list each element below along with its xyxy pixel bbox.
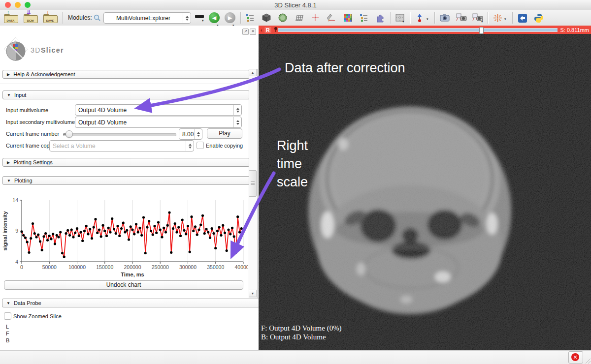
layout-select-button[interactable]: ▾ bbox=[195, 15, 205, 21]
crosshair-caret-icon[interactable]: ▾ bbox=[504, 17, 506, 21]
load-data-label: DATA bbox=[4, 19, 17, 22]
screenshot-camera-icon[interactable] bbox=[440, 13, 450, 23]
collapsed-triangle-icon: ▶ bbox=[7, 72, 10, 77]
combo-spinner-icon[interactable] bbox=[233, 117, 241, 127]
save-button[interactable]: ↓ SAVE bbox=[42, 12, 58, 24]
expanded-triangle-icon: ▼ bbox=[7, 179, 11, 183]
input-multivolume-combo[interactable]: Output 4D Volume bbox=[75, 104, 242, 116]
module-selector-combo[interactable]: MultiVolumeExplorer bbox=[103, 12, 191, 24]
data-probe-label: Data Probe bbox=[14, 300, 41, 306]
error-log-button[interactable]: ✕ bbox=[568, 351, 583, 364]
history-back-button[interactable]: ◀▾ bbox=[209, 12, 220, 23]
mouse-pin-caret-icon[interactable]: ▾ bbox=[427, 17, 428, 21]
input-multivolume-value: Output 4D Volume bbox=[75, 107, 233, 114]
slicer-logo bbox=[3, 36, 29, 66]
svg-text:50000: 50000 bbox=[42, 264, 57, 270]
extensions-puzzle-icon[interactable] bbox=[375, 13, 385, 23]
enable-copying-checkbox[interactable] bbox=[197, 142, 204, 149]
background-volume-label: B: Output 4D Volume bbox=[261, 333, 326, 341]
svg-text:100000: 100000 bbox=[68, 264, 86, 270]
probe-layer-b-label: B bbox=[6, 337, 9, 343]
scrollbar-thumb[interactable] bbox=[249, 170, 257, 197]
python-console-icon[interactable] bbox=[534, 13, 544, 23]
load-data-button[interactable]: ↑ DATA bbox=[3, 12, 19, 24]
show-zoomed-slice-checkbox[interactable] bbox=[4, 312, 11, 320]
svg-text:350000: 350000 bbox=[207, 264, 224, 270]
module-selector-spinner-icon[interactable] bbox=[183, 13, 191, 23]
scene-capture-icon[interactable] bbox=[456, 13, 466, 23]
module-search-icon[interactable] bbox=[94, 14, 101, 24]
slice-collapse-icon[interactable]: ‹ bbox=[261, 27, 263, 33]
volumes-color-grid-icon[interactable] bbox=[343, 13, 353, 23]
panel-close-icon[interactable]: ✕ bbox=[250, 29, 256, 35]
spinbox-arrows-icon[interactable] bbox=[194, 129, 202, 139]
load-dicom-button[interactable]: ⇊ DCM bbox=[23, 12, 38, 24]
frame-number-label: Current frame number bbox=[6, 131, 59, 137]
window-title: 3D Slicer 4.8.1 bbox=[0, 1, 591, 9]
frame-number-slider[interactable] bbox=[63, 133, 176, 136]
main-toolbar: ↑ DATA ⇊ DCM ↓ SAVE Modules: MultiVolume… bbox=[0, 10, 591, 26]
expanded-triangle-icon: ▼ bbox=[6, 301, 10, 305]
markups-pencil-icon[interactable] bbox=[327, 13, 336, 23]
modules-label: Modules: bbox=[68, 14, 92, 21]
extension-manager-icon[interactable] bbox=[518, 13, 527, 23]
section-help[interactable]: ▶ Help & Acknowledgement bbox=[2, 70, 250, 79]
panel-float-icon[interactable]: ↗ bbox=[242, 29, 249, 35]
divider bbox=[0, 84, 248, 84]
slice-orientation-badge: R bbox=[264, 27, 271, 33]
section-input[interactable]: ▼ Input bbox=[2, 91, 250, 99]
slice-offset-handle[interactable] bbox=[479, 27, 484, 34]
resize-grip-icon[interactable] bbox=[584, 357, 591, 364]
section-input-label: Input bbox=[14, 92, 26, 98]
red-slice-view[interactable]: Data after correction Right time scale F… bbox=[259, 34, 591, 350]
models-mesh-icon[interactable] bbox=[294, 13, 304, 23]
frame-copy-combo[interactable]: Select a Volume bbox=[49, 140, 194, 152]
frame-copy-label: Current frame copy bbox=[6, 143, 52, 149]
undock-chart-button[interactable]: Undock chart bbox=[4, 280, 243, 290]
plotting-settings-label: Plotting Settings bbox=[13, 159, 53, 165]
collapsed-triangle-icon: ▶ bbox=[7, 160, 10, 165]
section-help-label: Help & Acknowledgement bbox=[13, 71, 75, 77]
input-secondary-combo[interactable]: Output 4D Volume bbox=[75, 117, 242, 128]
toolbar-separator bbox=[434, 12, 435, 24]
subject-hierarchy-icon[interactable] bbox=[359, 13, 369, 23]
mouse-pin-icon[interactable] bbox=[415, 13, 425, 23]
window-layout-icon[interactable]: ▾ bbox=[395, 13, 405, 23]
play-button[interactable]: Play bbox=[207, 128, 242, 139]
probe-layer-f-label: F bbox=[6, 331, 9, 336]
load-dicom-label: DCM bbox=[24, 19, 37, 22]
show-zoomed-slice-label: Show Zoomed Slice bbox=[13, 313, 62, 319]
annotation-right-time-scale: Right time scale bbox=[277, 137, 308, 191]
combo-spinner-icon[interactable] bbox=[186, 141, 194, 151]
scene-views-icon[interactable]: ▾ bbox=[472, 13, 482, 23]
input-multivolume-label: Input multivolume bbox=[6, 107, 48, 113]
intensity-chart: 4914050000100000150000200000250000300000… bbox=[1, 194, 248, 279]
slice-offset-slider[interactable] bbox=[278, 28, 558, 32]
section-data-probe[interactable]: ▼ Data Probe bbox=[2, 299, 260, 307]
volume-rendering-icon[interactable] bbox=[278, 13, 288, 23]
svg-text:0: 0 bbox=[20, 264, 23, 270]
frame-number-spinbox[interactable]: 8.00 bbox=[179, 128, 202, 140]
toolbar-separator bbox=[410, 12, 411, 24]
svg-text:14: 14 bbox=[12, 197, 18, 203]
sample-data-cube-icon[interactable] bbox=[262, 13, 271, 23]
combo-spinner-icon[interactable] bbox=[233, 105, 241, 115]
svg-text:250000: 250000 bbox=[152, 264, 169, 270]
svg-text:Time, ms: Time, ms bbox=[121, 272, 144, 277]
slider-handle[interactable] bbox=[66, 130, 73, 138]
slice-pin-icon[interactable] bbox=[273, 26, 278, 34]
scrollbar-down-icon[interactable]: ▼ bbox=[249, 290, 257, 297]
expanded-triangle-icon: ▼ bbox=[7, 93, 11, 97]
status-bar bbox=[0, 350, 591, 364]
scrollbar-up-icon[interactable]: ▲ bbox=[249, 69, 257, 76]
history-forward-button[interactable]: ▶▾ bbox=[225, 12, 235, 23]
section-plotting-settings[interactable]: ▶ Plotting Settings bbox=[2, 158, 250, 167]
app-window: 3D Slicer 4.8.1 ↑ DATA ⇊ DCM ↓ SAVE Modu… bbox=[0, 0, 591, 364]
slice-controller-bar: ‹ R S: 0.811mm bbox=[259, 26, 591, 34]
crosshair-icon[interactable] bbox=[492, 13, 502, 23]
svg-text:150000: 150000 bbox=[96, 264, 113, 270]
slicer-logo-text: 3DSlicer bbox=[31, 46, 64, 54]
section-plotting[interactable]: ▼ Plotting bbox=[2, 176, 250, 185]
transforms-icon[interactable] bbox=[310, 13, 320, 23]
module-home-list-icon[interactable] bbox=[245, 13, 255, 23]
